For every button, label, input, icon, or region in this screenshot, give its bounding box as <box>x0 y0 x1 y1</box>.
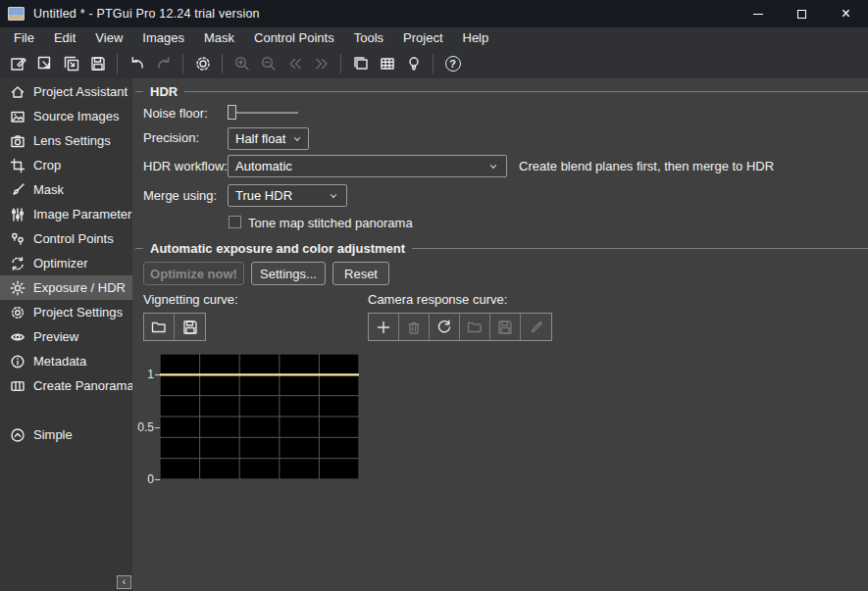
vignetting-chart: 10.50 <box>138 354 359 479</box>
double-chevron-right-icon <box>313 55 331 73</box>
menu-control-points[interactable]: Control Points <box>244 27 344 49</box>
menu-help[interactable]: Help <box>453 27 499 49</box>
camera-response-add-button[interactable] <box>369 314 399 340</box>
sidebar-item-crop[interactable]: Crop <box>0 153 132 177</box>
panorama-editor-button[interactable] <box>348 52 373 75</box>
grid-icon <box>379 55 396 73</box>
save-icon <box>496 319 514 336</box>
y-tick-mark <box>155 374 160 375</box>
menu-images[interactable]: Images <box>132 27 194 49</box>
slider-handle[interactable] <box>228 105 236 120</box>
zoom-out-button[interactable] <box>256 52 281 75</box>
sidebar-item-project-assistant[interactable]: Project Assistant <box>0 79 132 104</box>
brush-icon <box>10 182 26 198</box>
sidebar-item-label: Image Parameters <box>33 207 138 222</box>
double-chevron-left-icon <box>286 55 304 73</box>
plus-icon <box>375 319 392 336</box>
sidebar-item-label: Exposure / HDR <box>33 280 126 295</box>
redo-icon <box>155 55 173 73</box>
detail-viewer-button[interactable] <box>375 52 399 75</box>
trash-icon <box>405 319 423 336</box>
sidebar-item-metadata[interactable]: Metadata <box>0 349 132 373</box>
lightbulb-icon <box>405 55 423 73</box>
precision-select[interactable]: Half float <box>228 127 309 150</box>
zoom-in-button[interactable] <box>230 52 254 75</box>
noise-floor-slider[interactable] <box>228 105 298 121</box>
tone-map-label: Tone map stitched panorama <box>248 216 413 230</box>
sidebar-item-label: Create Panorama <box>33 378 134 393</box>
sidebar-item-lens-settings[interactable]: Lens Settings <box>0 128 132 153</box>
chart-y-axis: 10.50 <box>138 354 160 479</box>
add-images-icon <box>63 55 80 73</box>
open-project-button[interactable] <box>32 52 57 75</box>
maximize-button[interactable] <box>780 0 824 27</box>
close-button[interactable]: × <box>824 0 868 27</box>
merge-using-select[interactable]: True HDR <box>228 184 347 207</box>
sidebar-item-label: Mask <box>33 182 64 197</box>
vignetting-open-button[interactable] <box>144 314 175 340</box>
sidebar-item-preview[interactable]: Preview <box>0 324 132 349</box>
help-button[interactable]: ? <box>440 52 465 75</box>
sidebar-item-mask[interactable]: Mask <box>0 177 132 202</box>
app-logo-icon <box>8 7 25 21</box>
collapse-sidebar-button[interactable]: ‹ <box>117 575 131 589</box>
menu-edit[interactable]: Edit <box>44 27 85 49</box>
hdr-workflow-label: HDR workflow: <box>143 159 228 173</box>
menu-view[interactable]: View <box>85 27 132 49</box>
hints-button[interactable] <box>401 52 426 75</box>
camera-response-delete-button[interactable] <box>399 314 430 340</box>
zoom-out-icon <box>260 55 278 73</box>
redo-button[interactable] <box>151 52 176 75</box>
section-title: HDR <box>150 84 178 99</box>
camera-response-reset-button[interactable] <box>430 314 460 340</box>
next-button[interactable] <box>309 52 333 75</box>
optimize-now-button[interactable]: Optimize now! <box>143 262 244 285</box>
undo-button[interactable] <box>125 52 149 75</box>
sidebar-item-optimizer[interactable]: Optimizer <box>0 251 132 275</box>
menu-project[interactable]: Project <box>393 27 452 49</box>
camera-response-open-button[interactable] <box>460 314 490 340</box>
chevron-down-icon <box>328 190 339 202</box>
sidebar-item-exposure-hdr[interactable]: Exposure / HDR <box>0 275 132 300</box>
menu-file[interactable]: File <box>4 27 44 49</box>
toolbar-separator <box>222 54 223 74</box>
auto-exposure-section-header: Automatic exposure and color adjustment <box>132 241 868 256</box>
folder-icon <box>150 319 168 336</box>
precision-label: Precision: <box>143 130 199 145</box>
sidebar-item-control-points[interactable]: Control Points <box>0 226 132 251</box>
home-icon <box>10 84 26 100</box>
sidebar-item-source-images[interactable]: Source Images <box>0 104 132 128</box>
previous-button[interactable] <box>282 52 307 75</box>
info-icon <box>10 354 26 369</box>
menu-mask[interactable]: Mask <box>194 27 244 49</box>
sidebar-item-label: Lens Settings <box>33 133 111 148</box>
chevron-down-icon <box>487 161 499 172</box>
y-tick-mark <box>155 479 160 480</box>
new-project-icon <box>10 55 27 73</box>
add-images-button[interactable] <box>59 52 83 75</box>
slider-track <box>228 112 298 114</box>
settings-button[interactable]: Settings... <box>251 262 326 285</box>
toolbar-separator <box>182 54 183 74</box>
minimize-button[interactable] <box>736 0 780 27</box>
titlebar: Untitled * - PTGui Pro 12.24 trial versi… <box>0 0 868 27</box>
sidebar-item-label: Preview <box>33 329 78 344</box>
settings-gear-button[interactable] <box>190 52 215 75</box>
camera-response-save-button[interactable] <box>490 314 521 340</box>
save-project-button[interactable] <box>85 52 110 75</box>
window-title: Untitled * - PTGui Pro 12.24 trial versi… <box>33 7 260 21</box>
menu-tools[interactable]: Tools <box>344 27 393 49</box>
sidebar-item-project-settings[interactable]: Project Settings <box>0 300 132 324</box>
sidebar-item-create-panorama[interactable]: Create Panorama <box>0 373 132 398</box>
camera-response-edit-button[interactable] <box>521 314 551 340</box>
sliders-icon <box>10 207 26 222</box>
vignetting-save-button[interactable] <box>175 314 205 340</box>
gear-icon <box>194 55 212 73</box>
reset-button[interactable]: Reset <box>332 262 389 285</box>
tone-map-checkbox[interactable] <box>229 216 241 228</box>
new-project-button[interactable] <box>6 52 30 75</box>
sidebar-item-label: Metadata <box>33 354 86 369</box>
hdr-workflow-select[interactable]: Automatic <box>228 155 507 177</box>
sidebar-item-image-parameters[interactable]: Image Parameters <box>0 202 132 226</box>
sidebar-item-simple[interactable]: Simple <box>0 422 132 447</box>
